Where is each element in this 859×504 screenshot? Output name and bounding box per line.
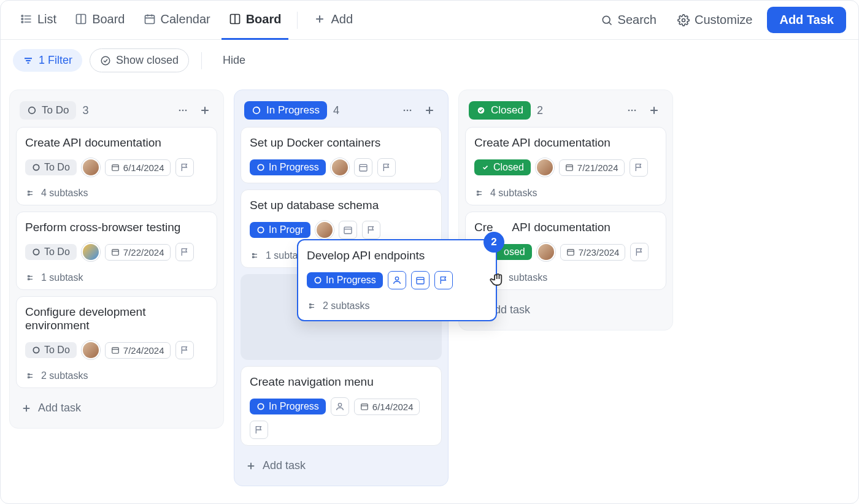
svg-point-16 <box>603 16 610 23</box>
filter-label: 1 Filter <box>39 54 72 67</box>
svg-rect-47 <box>360 164 367 171</box>
svg-rect-36 <box>112 348 119 353</box>
task-title: Create API documentation <box>474 221 657 234</box>
date-button[interactable] <box>339 221 357 239</box>
column-more-button[interactable] <box>399 102 416 119</box>
priority-flag-button[interactable] <box>250 421 268 439</box>
svg-point-18 <box>682 18 685 21</box>
due-date[interactable]: 7/21/2024 <box>559 159 625 176</box>
priority-flag-button[interactable] <box>377 158 396 177</box>
status-chip-closed[interactable]: Closed <box>469 101 531 120</box>
svg-point-49 <box>258 227 263 232</box>
status-chip-todo[interactable]: To Do <box>20 101 76 120</box>
status-pill[interactable]: To Do <box>25 159 77 175</box>
calendar-icon <box>144 13 156 25</box>
status-label: In Progress <box>269 401 319 412</box>
subtask-icon <box>307 301 317 311</box>
assignee-button[interactable] <box>388 271 406 289</box>
hide-button[interactable]: Hide <box>214 49 254 72</box>
add-task-button[interactable]: Add Task <box>767 7 846 33</box>
priority-flag-button[interactable] <box>434 271 453 289</box>
svg-rect-30 <box>112 165 119 170</box>
task-card[interactable]: Set up Docker containers In Progress <box>241 127 442 183</box>
svg-rect-66 <box>567 250 574 255</box>
column-header: Closed 2 <box>465 96 666 127</box>
task-card[interactable]: Perform cross-browser testing To Do 7/22… <box>16 212 217 290</box>
status-pill[interactable]: In Progr <box>250 222 310 238</box>
column-add-button[interactable] <box>196 102 214 119</box>
task-title: Set up database schema <box>250 199 433 212</box>
date-value: 7/22/2024 <box>123 247 164 258</box>
column-more-button[interactable] <box>174 102 191 119</box>
due-date[interactable]: 7/22/2024 <box>105 244 171 261</box>
column-add-button[interactable] <box>421 102 438 119</box>
svg-point-41 <box>404 110 406 112</box>
assignee-avatar[interactable] <box>536 158 554 177</box>
status-name: To Do <box>42 104 69 116</box>
view-tab-board[interactable]: Board <box>67 1 132 40</box>
status-label: In Progress <box>269 162 319 173</box>
due-date[interactable]: 7/23/2024 <box>560 244 626 261</box>
priority-flag-button[interactable] <box>175 341 194 359</box>
status-pill[interactable]: In Progress <box>307 272 383 288</box>
status-chip-inprogress[interactable]: In Progress <box>244 101 327 120</box>
column-more-button[interactable] <box>623 102 641 119</box>
filter-button[interactable]: 1 Filter <box>13 49 82 72</box>
view-tab-list[interactable]: List <box>13 1 64 40</box>
status-pill[interactable]: In Progress <box>250 159 326 175</box>
status-pill[interactable]: In Progress <box>250 399 326 414</box>
priority-flag-button[interactable] <box>630 158 648 177</box>
due-date[interactable]: 7/24/2024 <box>105 342 171 359</box>
add-view-label: Add <box>331 12 353 26</box>
dragging-card[interactable]: 2 Develop API endpoints In Progress 2 su… <box>297 239 497 321</box>
svg-rect-50 <box>344 227 352 234</box>
due-date[interactable]: 6/14/2024 <box>354 399 420 415</box>
view-tab-board-active[interactable]: Board <box>221 1 289 40</box>
column-add-button[interactable] <box>645 102 663 119</box>
svg-point-29 <box>33 164 39 170</box>
priority-flag-button[interactable] <box>362 221 380 239</box>
view-tab-calendar[interactable]: Calendar <box>136 1 218 40</box>
svg-point-69 <box>395 277 398 280</box>
assignee-button[interactable] <box>331 397 349 416</box>
date-button[interactable] <box>411 271 430 289</box>
svg-line-17 <box>609 22 611 25</box>
progress-icon <box>256 163 265 172</box>
priority-flag-button[interactable] <box>175 158 194 177</box>
circle-icon <box>32 248 40 256</box>
search-button[interactable]: Search <box>595 8 663 32</box>
assignee-avatar[interactable] <box>82 243 100 261</box>
task-card[interactable]: Create API documentation To Do 6/14/2024… <box>16 127 217 205</box>
status-pill[interactable]: Closed <box>474 159 531 175</box>
calendar-icon <box>565 163 574 172</box>
separator <box>297 12 298 29</box>
assignee-avatar[interactable] <box>82 341 100 359</box>
status-pill[interactable]: To Do <box>25 244 77 260</box>
task-card[interactable]: Create navigation menu In Progress 6/14/… <box>241 366 442 446</box>
assignee-avatar[interactable] <box>537 243 555 261</box>
svg-point-42 <box>407 110 409 112</box>
task-card[interactable]: Create API documentation Closed 7/21/202… <box>465 127 666 205</box>
check-icon <box>481 163 490 172</box>
due-date[interactable]: 6/14/2024 <box>105 159 171 176</box>
priority-flag-button[interactable] <box>175 243 194 261</box>
priority-flag-button[interactable] <box>630 243 649 261</box>
subtask-count: 4 subtasks <box>490 188 537 199</box>
calendar-icon <box>566 248 575 256</box>
add-task-inline[interactable]: Add task <box>16 394 217 422</box>
customize-button[interactable]: Customize <box>671 8 758 32</box>
task-card[interactable]: Configure development environment To Do … <box>16 296 217 388</box>
svg-point-59 <box>628 110 630 112</box>
svg-point-53 <box>338 403 341 407</box>
show-closed-button[interactable]: Show closed <box>90 48 189 72</box>
show-closed-label: Show closed <box>116 54 179 67</box>
status-pill[interactable]: To Do <box>25 342 77 358</box>
svg-point-52 <box>258 403 263 409</box>
svg-point-58 <box>477 107 485 114</box>
assignee-avatar[interactable] <box>331 158 349 177</box>
add-task-inline[interactable]: Add task <box>241 452 442 479</box>
assignee-avatar[interactable] <box>315 221 334 239</box>
assignee-avatar[interactable] <box>82 158 100 177</box>
date-button[interactable] <box>354 158 372 177</box>
add-view-button[interactable]: Add <box>306 1 360 40</box>
